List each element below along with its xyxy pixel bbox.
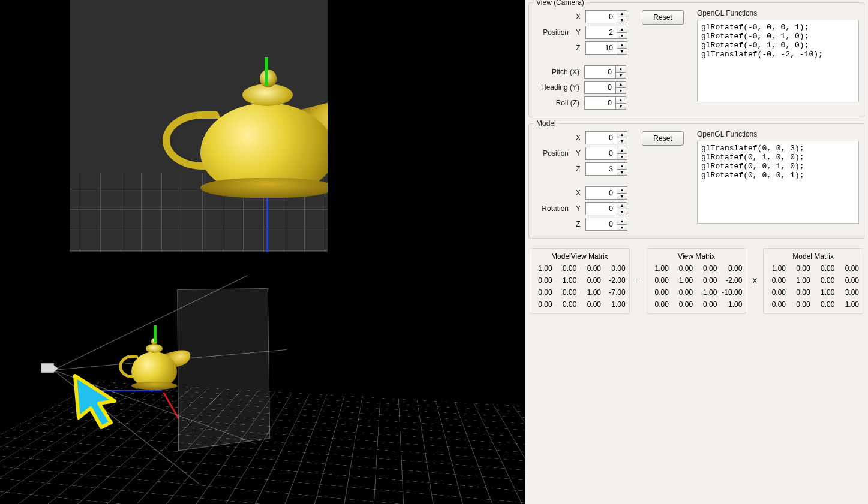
matrix-cell: 1.00	[674, 276, 694, 285]
matrix-cell: 0.00	[815, 264, 836, 273]
matrix-cell: 0.00	[766, 300, 787, 309]
model-rot-x-input[interactable]	[585, 186, 617, 200]
spin-up-button[interactable]: ▲	[617, 186, 627, 193]
model-rot-y-input[interactable]	[585, 202, 617, 215]
view-heading-spinner[interactable]: ▲▼	[584, 81, 626, 94]
view-reset-button[interactable]: Reset	[642, 10, 684, 25]
matrix-cell: 0.00	[839, 264, 860, 273]
view-matrix: View Matrix 1.000.000.000.000.001.000.00…	[647, 248, 747, 314]
spin-up-button[interactable]: ▲	[617, 131, 627, 138]
matrix-cell: 0.00	[722, 264, 743, 273]
axis-y-label: Y	[573, 204, 583, 213]
model-reset-button[interactable]: Reset	[642, 131, 684, 146]
equals-icon: =	[633, 277, 643, 285]
matrix-cell: 0.00	[557, 300, 578, 309]
view-position-label: Position	[534, 28, 571, 37]
model-pos-x-input[interactable]	[585, 131, 617, 144]
model-rot-z-input[interactable]	[585, 218, 617, 231]
view-functions-label: OpenGL Functions	[697, 9, 859, 17]
matrix-cell: 0.00	[791, 300, 812, 309]
view-pos-x-input[interactable]	[585, 10, 617, 23]
spin-up-button[interactable]: ▲	[617, 147, 627, 153]
spin-up-button[interactable]: ▲	[617, 41, 627, 48]
matrix-cell: 0.00	[581, 276, 602, 285]
spin-down-button[interactable]: ▼	[617, 138, 627, 145]
model-rot-y-spinner[interactable]: ▲▼	[585, 202, 627, 215]
spin-up-button[interactable]: ▲	[617, 26, 627, 32]
model-functions-label: OpenGL Functions	[697, 130, 859, 138]
matrix-cell: 1.00	[815, 288, 836, 297]
view-pos-y-input[interactable]	[585, 26, 617, 39]
view-group-legend: View (Camera)	[534, 0, 587, 7]
model-functions-code: glTranslatef(0, 0, 3); glRotatef(0, 1, 0…	[697, 141, 859, 224]
spin-down-button[interactable]: ▼	[615, 87, 626, 95]
spin-up-button[interactable]: ▲	[617, 10, 627, 17]
spin-down-button[interactable]: ▼	[615, 72, 626, 79]
view-heading-input[interactable]	[584, 81, 615, 94]
camera-viewport[interactable]	[70, 0, 328, 252]
spin-down-button[interactable]: ▼	[617, 32, 627, 40]
multiply-icon: X	[750, 277, 759, 285]
matrix-cell: 1.00	[606, 300, 627, 309]
spin-down-button[interactable]: ▼	[617, 169, 627, 176]
matrix-cell: 1.00	[533, 264, 554, 273]
axis-y-label: Y	[573, 149, 583, 158]
matrix-cell: 0.00	[533, 300, 554, 309]
matrix-cell: 1.00	[698, 288, 718, 297]
teapot-model	[119, 336, 190, 391]
model-pos-x-spinner[interactable]: ▲▼	[585, 131, 627, 144]
model-rot-z-spinner[interactable]: ▲▼	[585, 218, 627, 231]
spin-up-button[interactable]: ▲	[615, 81, 626, 87]
scene-viewport[interactable]	[0, 252, 525, 504]
view-roll-spinner[interactable]: ▲▼	[584, 96, 626, 110]
matrix-cell: 1.00	[791, 276, 812, 285]
matrix-cell: 0.00	[766, 276, 787, 285]
view-pos-z-spinner[interactable]: ▲▼	[585, 41, 627, 55]
view-pos-y-spinner[interactable]: ▲▼	[585, 26, 627, 39]
y-axis	[265, 57, 268, 86]
matrix-cell: 1.00	[581, 288, 602, 297]
model-pos-y-spinner[interactable]: ▲▼	[585, 147, 627, 160]
spin-down-button[interactable]: ▼	[617, 48, 627, 55]
axis-x-label: X	[573, 13, 583, 21]
matrix-cell: -7.00	[606, 288, 627, 297]
model-pos-z-input[interactable]	[585, 162, 617, 176]
control-panel: View (Camera) X ▲▼ Position Y ▲▼	[525, 0, 868, 504]
matrix-cell: 0.00	[839, 276, 860, 285]
spin-down-button[interactable]: ▼	[617, 193, 627, 200]
matrix-readout: ModelView Matrix 1.000.000.000.000.001.0…	[528, 245, 864, 315]
y-axis	[154, 325, 157, 342]
spin-up-button[interactable]: ▲	[615, 65, 626, 72]
spin-down-button[interactable]: ▼	[617, 17, 627, 24]
spin-up-button[interactable]: ▲	[617, 202, 627, 209]
spin-down-button[interactable]: ▼	[617, 224, 627, 231]
view-pitch-label: Pitch (X)	[534, 68, 582, 76]
spin-up-button[interactable]: ▲	[617, 218, 627, 224]
matrix-cell: 0.00	[650, 276, 670, 285]
matrix-cell: -2.00	[606, 276, 627, 285]
spin-down-button[interactable]: ▼	[617, 209, 627, 216]
view-roll-input[interactable]	[584, 96, 615, 110]
model-pos-z-spinner[interactable]: ▲▼	[585, 162, 627, 176]
model-position-label: Position	[534, 149, 571, 158]
model-matrix: Model Matrix 1.000.000.000.000.001.000.0…	[763, 248, 863, 314]
model-rot-x-spinner[interactable]: ▲▼	[585, 186, 627, 200]
view-pos-z-input[interactable]	[585, 41, 617, 55]
matrix-cell: 0.00	[533, 276, 554, 285]
spin-up-button[interactable]: ▲	[617, 162, 627, 169]
view-roll-label: Roll (Z)	[534, 99, 582, 107]
spin-down-button[interactable]: ▼	[615, 103, 626, 110]
view-pitch-input[interactable]	[584, 65, 615, 79]
view-pitch-spinner[interactable]: ▲▼	[584, 65, 626, 79]
matrix-cell: -2.00	[722, 276, 743, 285]
view-pos-x-spinner[interactable]: ▲▼	[585, 10, 627, 23]
spin-up-button[interactable]: ▲	[615, 96, 626, 103]
axis-x-label: X	[573, 189, 583, 197]
spin-down-button[interactable]: ▼	[617, 153, 627, 161]
model-group-legend: Model	[534, 119, 558, 128]
modelview-matrix-grid: 1.000.000.000.000.001.000.00-2.000.000.0…	[533, 264, 627, 309]
model-pos-y-input[interactable]	[585, 147, 617, 160]
matrix-cell: 0.00	[791, 288, 812, 297]
matrix-cell: 0.00	[815, 300, 836, 309]
matrix-cell: 1.00	[766, 264, 787, 273]
